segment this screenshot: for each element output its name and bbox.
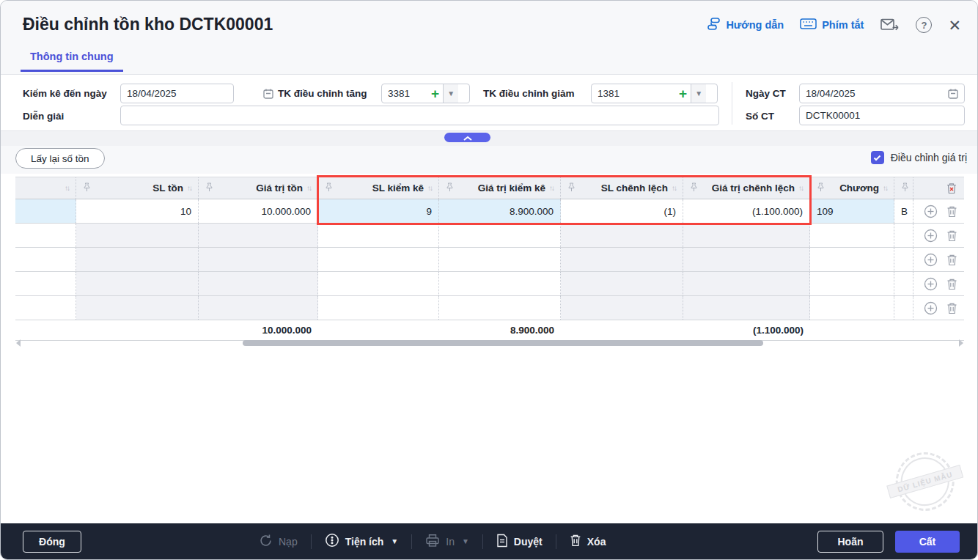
utilities-button[interactable]: Tiện ích ▼ — [325, 533, 399, 550]
scroll-right-arrow-icon[interactable] — [959, 339, 963, 347]
increase-account-input[interactable] — [382, 88, 427, 99]
cell-chuong[interactable] — [810, 272, 894, 295]
row-select-cell[interactable] — [15, 199, 76, 223]
row-select-cell[interactable] — [15, 272, 76, 295]
close-button[interactable]: Đóng — [23, 531, 81, 553]
add-row-icon[interactable] — [924, 301, 938, 315]
delete-row-icon[interactable] — [946, 278, 957, 290]
reload-button[interactable]: Nạp — [259, 534, 298, 550]
table-row[interactable] — [15, 248, 964, 272]
adjust-value-checkbox[interactable] — [871, 151, 884, 164]
cell-chuong[interactable]: 109 — [810, 199, 894, 223]
sort-icon[interactable]: ↑↓ — [883, 184, 887, 192]
pin-icon[interactable] — [83, 183, 91, 194]
guide-icon — [707, 17, 721, 33]
add-row-icon[interactable] — [924, 205, 938, 218]
collapse-form-button[interactable] — [444, 133, 490, 142]
tab-general-info[interactable]: Thông tin chung — [21, 51, 123, 72]
cell-chuong[interactable] — [810, 296, 894, 320]
postpone-button[interactable]: Hoãn — [817, 531, 883, 553]
delete-row-icon[interactable] — [946, 254, 957, 266]
help-icon[interactable]: ? — [916, 17, 932, 33]
delete-row-icon[interactable] — [946, 302, 957, 314]
cell-gia-tri-kiem-ke[interactable] — [439, 224, 561, 247]
inventory-date-field[interactable] — [120, 84, 234, 103]
pin-icon[interactable] — [901, 183, 909, 194]
pin-icon[interactable] — [205, 183, 213, 194]
inventory-date-input[interactable] — [121, 88, 262, 99]
column-header-sl-kiem-ke[interactable]: SL kiểm kê ↑↓ — [318, 177, 439, 199]
column-header-sl-ton[interactable]: SL tồn ↑↓ — [76, 177, 199, 199]
increase-account-field[interactable]: + ▼ — [381, 84, 470, 103]
column-header-rowselect[interactable]: ↑↓ — [15, 177, 76, 199]
add-row-icon[interactable] — [924, 253, 938, 267]
approve-button[interactable]: Duyệt — [496, 534, 543, 550]
sort-icon[interactable]: ↑↓ — [798, 184, 803, 192]
chevron-down-icon[interactable]: ▼ — [443, 84, 458, 103]
sort-icon[interactable]: ↑↓ — [672, 184, 676, 192]
doc-no-input[interactable] — [799, 106, 965, 125]
sort-icon[interactable]: ↑↓ — [65, 184, 69, 192]
delete-row-icon[interactable] — [946, 205, 957, 218]
table-row[interactable] — [15, 296, 964, 320]
add-account-icon[interactable]: + — [427, 86, 443, 100]
sort-icon[interactable]: ↑↓ — [549, 184, 554, 192]
doc-date-input[interactable] — [800, 88, 947, 99]
pin-icon[interactable] — [325, 183, 333, 194]
adjust-value-option[interactable]: Điều chỉnh giá trị — [871, 151, 967, 164]
sort-icon[interactable]: ↑↓ — [427, 184, 432, 192]
pin-icon[interactable] — [817, 183, 825, 194]
cell-gia-tri-kiem-ke[interactable] — [439, 296, 561, 320]
decrease-account-input[interactable] — [592, 88, 675, 99]
row-select-cell[interactable] — [15, 248, 76, 271]
horizontal-scrollbar[interactable] — [15, 339, 964, 347]
cell-sl-kiem-ke[interactable] — [318, 224, 439, 247]
cell-sl-kiem-ke[interactable] — [318, 248, 439, 271]
keyboard-icon — [800, 18, 817, 32]
column-header-gia-tri-ton[interactable]: Giá trị tồn ↑↓ — [199, 177, 318, 199]
pin-icon[interactable] — [567, 183, 576, 194]
calendar-icon[interactable] — [947, 88, 959, 100]
table-row[interactable]: 10 10.000.000 9 8.900.000 (1) (1.100.000… — [15, 199, 964, 224]
column-header-gia-tri-chenh-lech[interactable]: Giá trị chênh lệch ↑↓ — [683, 177, 810, 199]
row-select-cell[interactable] — [15, 224, 76, 247]
cell-sl-kiem-ke[interactable] — [318, 296, 439, 320]
add-account-icon[interactable]: + — [675, 86, 691, 100]
cell-sl-kiem-ke[interactable] — [318, 272, 439, 295]
doc-date-field[interactable] — [799, 84, 965, 103]
guide-link[interactable]: Hướng dẫn — [707, 17, 784, 33]
print-button[interactable]: In ▼ — [425, 534, 469, 550]
decrease-account-field[interactable]: + ▼ — [591, 84, 718, 103]
cell-chuong[interactable] — [810, 224, 894, 247]
shortcuts-link[interactable]: Phím tắt — [800, 18, 864, 32]
table-row[interactable] — [15, 224, 964, 248]
delete-button[interactable]: Xóa — [570, 534, 606, 549]
cell-gia-tri-kiem-ke[interactable]: 8.900.000 — [439, 199, 561, 223]
pin-icon[interactable] — [446, 183, 454, 194]
description-input[interactable] — [120, 106, 719, 125]
scrollbar-thumb[interactable] — [243, 340, 763, 346]
save-button[interactable]: Cất — [895, 531, 960, 553]
delete-all-rows-icon[interactable] — [946, 182, 957, 194]
reload-stock-button[interactable]: Lấy lại số tồn — [15, 148, 105, 169]
chevron-down-icon[interactable]: ▼ — [691, 84, 706, 103]
close-icon[interactable]: ✕ — [948, 18, 961, 33]
cell-chuong[interactable] — [810, 248, 894, 271]
sort-icon[interactable]: ↑↓ — [306, 184, 311, 192]
column-header-sl-chenh-lech[interactable]: SL chênh lệch ↑↓ — [561, 177, 683, 199]
sort-icon[interactable]: ↑↓ — [187, 184, 191, 192]
pin-icon[interactable] — [690, 183, 698, 194]
scroll-left-arrow-icon[interactable] — [16, 339, 21, 347]
cell-sl-kiem-ke[interactable]: 9 — [318, 199, 439, 223]
add-row-icon[interactable] — [924, 277, 938, 291]
table-row[interactable] — [15, 272, 964, 296]
delete-row-icon[interactable] — [946, 229, 957, 242]
row-select-cell[interactable] — [15, 296, 76, 320]
column-header-chuong[interactable]: Chương ↑↓ — [810, 177, 894, 199]
cell-gia-tri-kiem-ke[interactable] — [439, 272, 561, 295]
column-header-gia-tri-kiem-ke[interactable]: Giá trị kiểm kê ↑↓ — [439, 177, 561, 199]
calendar-icon[interactable] — [262, 88, 274, 100]
cell-gia-tri-kiem-ke[interactable] — [439, 248, 561, 271]
send-feedback-icon[interactable] — [880, 17, 900, 33]
add-row-icon[interactable] — [924, 229, 938, 243]
